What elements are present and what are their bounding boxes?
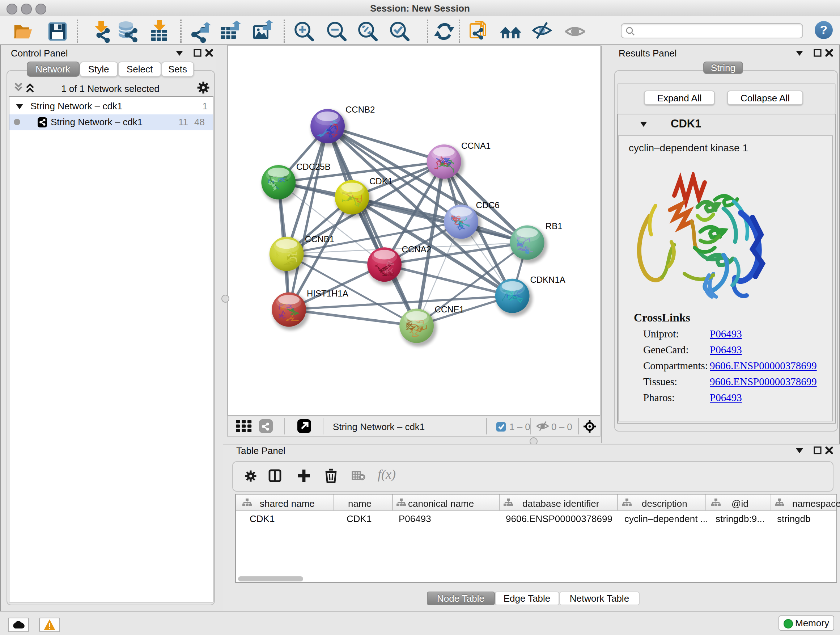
svg-text:RB1: RB1 — [546, 221, 562, 231]
svg-text:CDC25B: CDC25B — [296, 162, 331, 172]
svg-text:CCNB1: CCNB1 — [305, 234, 334, 244]
svg-text:CDC6: CDC6 — [476, 200, 500, 210]
svg-text:CDKN1A: CDKN1A — [530, 275, 565, 285]
svg-text:CCNA2: CCNA2 — [402, 244, 431, 254]
svg-text:CCNA1: CCNA1 — [461, 141, 491, 150]
svg-text:CCNE1: CCNE1 — [435, 304, 464, 314]
svg-text:CCNB2: CCNB2 — [346, 105, 375, 114]
svg-text:HIST1H1A: HIST1H1A — [307, 288, 348, 298]
svg-text:CDK1: CDK1 — [369, 176, 393, 186]
